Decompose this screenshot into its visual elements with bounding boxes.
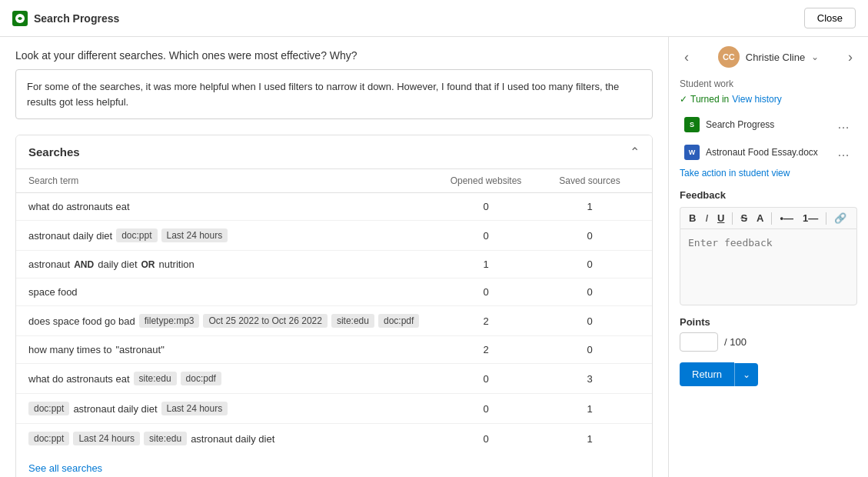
filter-tag: Last 24 hours bbox=[161, 228, 228, 242]
filter-tag: doc:ppt bbox=[28, 402, 69, 415]
search-progress-icon: S bbox=[684, 117, 700, 132]
return-section: Return ⌄ bbox=[680, 362, 857, 386]
collapse-icon[interactable]: ⌃ bbox=[630, 145, 640, 159]
take-action-link[interactable]: Take action in student view bbox=[680, 168, 857, 178]
numbered-list-button[interactable]: 1— bbox=[799, 211, 822, 225]
file-item-essay: W Astronaut Food Essay.docx … bbox=[680, 140, 857, 165]
search-term: what do astronauts eat site:edu doc:pdf bbox=[28, 372, 432, 385]
searches-header: Searches ⌃ bbox=[16, 135, 652, 169]
search-term: space food bbox=[28, 286, 432, 298]
prev-student-button[interactable]: ‹ bbox=[680, 48, 693, 67]
file-name: Search Progress bbox=[706, 119, 774, 130]
table-row: doc:ppt astronaut daily diet Last 24 hou… bbox=[16, 394, 652, 424]
file-more-button[interactable]: … bbox=[834, 144, 853, 161]
filter-tag: Last 24 hours bbox=[73, 432, 140, 445]
table-header: Search term Opened websites Saved source… bbox=[16, 169, 652, 193]
app-header: Search Progress Close bbox=[0, 0, 868, 37]
link-button[interactable]: 🔗 bbox=[830, 211, 850, 225]
filter-tag: doc:ppt bbox=[116, 228, 157, 242]
file-name: Astronaut Food Essay.docx bbox=[706, 147, 818, 158]
next-student-button[interactable]: › bbox=[843, 48, 857, 67]
checkmark-icon: ✓ bbox=[680, 94, 687, 105]
points-input[interactable] bbox=[680, 332, 718, 352]
strikethrough-button[interactable]: S bbox=[737, 211, 751, 225]
filter-tag: doc:pdf bbox=[181, 372, 221, 385]
saved-count: 0 bbox=[540, 344, 640, 355]
opened-count: 0 bbox=[432, 403, 540, 415]
app-logo bbox=[12, 11, 28, 26]
table-row: astronaut daily diet doc:ppt Last 24 hou… bbox=[16, 221, 652, 251]
points-label: Points bbox=[680, 316, 857, 328]
quoted-term: "astronaut" bbox=[115, 344, 164, 355]
view-history-link[interactable]: View history bbox=[732, 94, 781, 105]
italic-button[interactable]: I bbox=[701, 211, 712, 225]
search-term: doc:ppt Last 24 hours site:edu astronaut… bbox=[28, 432, 432, 445]
filter-tag: site:edu bbox=[331, 314, 374, 328]
points-section: Points / 100 bbox=[680, 316, 857, 352]
file-left: S Search Progress bbox=[684, 117, 774, 132]
student-name: Christie Cline bbox=[746, 52, 805, 63]
bold-button[interactable]: B bbox=[685, 211, 700, 225]
close-button[interactable]: Close bbox=[804, 8, 856, 28]
feedback-toolbar: B I U S A •— 1— 🔗 bbox=[680, 207, 857, 228]
saved-count: 0 bbox=[540, 230, 640, 242]
filter-tag: doc:ppt bbox=[28, 432, 69, 445]
col-opened-websites: Opened websites bbox=[432, 175, 540, 186]
reflection-question: Look at your different searches. Which o… bbox=[15, 49, 653, 62]
student-navigation: ‹ CC Christie Cline ⌄ › bbox=[680, 46, 857, 68]
word-doc-icon: W bbox=[684, 145, 700, 160]
saved-count: 0 bbox=[540, 315, 640, 327]
opened-count: 0 bbox=[432, 286, 540, 298]
reflection-answer: For some of the searches, it was more he… bbox=[15, 69, 653, 119]
filter-tag: Oct 25 2022 to Oct 26 2022 bbox=[203, 314, 327, 328]
toolbar-separator bbox=[826, 212, 826, 225]
searches-table: Search term Opened websites Saved source… bbox=[16, 169, 652, 453]
highlight-button[interactable]: A bbox=[753, 211, 767, 225]
chevron-down-icon[interactable]: ⌄ bbox=[811, 52, 819, 62]
see-all-searches-link[interactable]: See all searches bbox=[16, 453, 652, 477]
search-term: how many times to "astronaut" bbox=[28, 344, 432, 355]
saved-count: 1 bbox=[540, 433, 640, 445]
opened-count: 0 bbox=[432, 433, 540, 445]
return-button[interactable]: Return bbox=[680, 362, 734, 386]
search-term: does space food go bad filetype:mp3 Oct … bbox=[28, 314, 432, 328]
opened-count: 0 bbox=[432, 230, 540, 242]
content-area: Look at your different searches. Which o… bbox=[0, 37, 868, 477]
feedback-textarea[interactable] bbox=[680, 228, 857, 305]
saved-count: 1 bbox=[540, 403, 640, 415]
main-content: Look at your different searches. Which o… bbox=[0, 37, 668, 477]
points-row: / 100 bbox=[680, 332, 857, 352]
points-total: / 100 bbox=[724, 336, 747, 348]
file-more-button[interactable]: … bbox=[834, 116, 853, 133]
saved-count: 0 bbox=[540, 286, 640, 298]
right-panel: ‹ CC Christie Cline ⌄ › Student work ✓ T… bbox=[668, 37, 868, 477]
operator-and: AND bbox=[74, 259, 94, 270]
toolbar-separator bbox=[732, 212, 733, 225]
col-search-term: Search term bbox=[28, 175, 432, 186]
return-dropdown-button[interactable]: ⌄ bbox=[734, 363, 758, 386]
filter-tag: filetype:mp3 bbox=[139, 314, 200, 328]
opened-count: 0 bbox=[432, 201, 540, 212]
search-term: what do astronauts eat bbox=[28, 201, 432, 212]
filter-tag: doc:pdf bbox=[378, 314, 419, 328]
turned-in-text: Turned in bbox=[690, 94, 729, 105]
header-left: Search Progress bbox=[12, 11, 119, 26]
table-row: doc:ppt Last 24 hours site:edu astronaut… bbox=[16, 424, 652, 453]
table-row: what do astronauts eat 0 1 bbox=[16, 193, 652, 221]
underline-button[interactable]: U bbox=[713, 211, 728, 225]
filter-tag: site:edu bbox=[134, 372, 177, 385]
student-selector: CC Christie Cline ⌄ bbox=[693, 46, 843, 68]
bullet-list-button[interactable]: •— bbox=[776, 211, 797, 225]
col-saved-sources: Saved sources bbox=[540, 175, 640, 186]
table-row: astronaut AND daily diet OR nutrition 1 … bbox=[16, 251, 652, 279]
filter-tag: site:edu bbox=[144, 432, 187, 445]
turned-in-status: ✓ Turned in View history bbox=[680, 94, 857, 105]
saved-count: 1 bbox=[540, 201, 640, 212]
student-work-label: Student work bbox=[680, 78, 857, 89]
header-title: Search Progress bbox=[34, 12, 119, 25]
table-row: does space food go bad filetype:mp3 Oct … bbox=[16, 306, 652, 336]
searches-title: Searches bbox=[28, 145, 80, 158]
table-row: how many times to "astronaut" 2 0 bbox=[16, 336, 652, 364]
toolbar-separator bbox=[771, 212, 772, 225]
searches-section: Searches ⌃ Search term Opened websites S… bbox=[15, 135, 653, 477]
